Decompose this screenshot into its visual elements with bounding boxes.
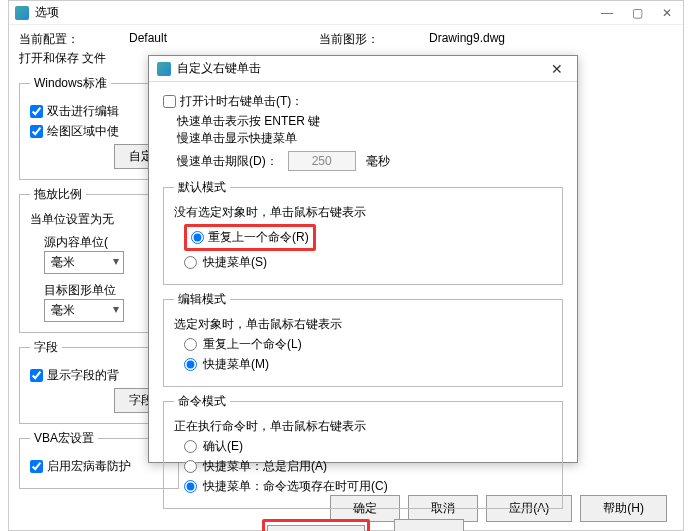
radio-edit-menu-label: 快捷菜单(M): [203, 356, 269, 373]
radio-default-menu[interactable]: [184, 256, 197, 269]
radio-edit-repeat-label: 重复上一个命令(L): [203, 336, 302, 353]
slow-limit-label: 慢速单击期限(D)：: [177, 153, 278, 170]
main-titlebar: 选项 — ▢ ✕: [9, 1, 683, 25]
radio-cmd-menu-always-label: 快捷菜单：总是启用(A): [203, 458, 327, 475]
dialog-close-icon[interactable]: ✕: [545, 61, 569, 77]
current-config-label: 当前配置：: [19, 31, 129, 48]
help-button[interactable]: 帮助(H): [580, 495, 667, 522]
edit-mode-legend: 编辑模式: [174, 291, 230, 308]
current-config-value: Default: [129, 31, 319, 48]
apply-close-button[interactable]: 应用并关闭: [267, 525, 365, 531]
dialog-title: 自定义右键单击: [177, 60, 261, 77]
slow-click-note: 慢速单击显示快捷菜单: [177, 130, 563, 147]
radio-cmd-menu-opt-label: 快捷菜单：命令选项存在时可用(C): [203, 478, 388, 495]
current-drawing-value: Drawing9.dwg: [429, 31, 619, 48]
group-command-mode: 命令模式 正在执行命令时，单击鼠标右键表示 确认(E) 快捷菜单：总是启用(A)…: [163, 393, 563, 509]
group-edit-mode: 编辑模式 选定对象时，单击鼠标右键表示 重复上一个命令(L) 快捷菜单(M): [163, 291, 563, 387]
group-scale-legend: 拖放比例: [30, 186, 86, 203]
fast-click-note: 快速单击表示按 ENTER 键: [177, 113, 563, 130]
close-icon[interactable]: ✕: [657, 6, 677, 20]
dialog-body: 打开计时右键单击(T)： 快速单击表示按 ENTER 键 慢速单击显示快捷菜单 …: [149, 82, 577, 531]
dst-unit-select[interactable]: 毫米: [44, 299, 124, 322]
group-default-mode: 默认模式 没有选定对象时，单击鼠标右键表示 重复上一个命令(R) 快捷菜单(S): [163, 179, 563, 285]
cb-dblclick-label: 双击进行编辑: [47, 103, 119, 120]
minimize-icon[interactable]: —: [597, 6, 617, 20]
window-controls: — ▢ ✕: [597, 6, 677, 20]
default-mode-desc: 没有选定对象时，单击鼠标右键表示: [174, 204, 552, 221]
radio-cmd-menu-always[interactable]: [184, 460, 197, 473]
slow-limit-unit: 毫秒: [366, 153, 390, 170]
cb-virus-label: 启用宏病毒防护: [47, 458, 131, 475]
radio-default-menu-label: 快捷菜单(S): [203, 254, 267, 271]
main-title: 选项: [35, 4, 59, 21]
radio-default-repeat-label: 重复上一个命令(R): [208, 229, 309, 246]
radio-default-repeat[interactable]: [191, 231, 204, 244]
highlight-apply-close: 应用并关闭: [262, 519, 370, 531]
dialog-cancel-button[interactable]: 取消: [394, 519, 464, 531]
default-mode-legend: 默认模式: [174, 179, 230, 196]
tab-labels: 打开和保存 文件: [19, 51, 106, 65]
cb-show-field-bg[interactable]: [30, 369, 43, 382]
radio-cmd-confirm[interactable]: [184, 440, 197, 453]
radio-cmd-menu-opt[interactable]: [184, 480, 197, 493]
info-row: 当前配置： Default 当前图形： Drawing9.dwg: [9, 25, 683, 50]
src-unit-select[interactable]: 毫米: [44, 251, 124, 274]
radio-edit-menu[interactable]: [184, 358, 197, 371]
cmd-mode-desc: 正在执行命令时，单击鼠标右键表示: [174, 418, 552, 435]
right-click-dialog: 自定义右键单击 ✕ 打开计时右键单击(T)： 快速单击表示按 ENTER 键 慢…: [148, 55, 578, 463]
group-windows-legend: Windows标准: [30, 75, 111, 92]
cmd-mode-legend: 命令模式: [174, 393, 230, 410]
maximize-icon[interactable]: ▢: [627, 6, 647, 20]
dialog-button-row: 应用并关闭 取消: [163, 519, 563, 531]
cb-region-label: 绘图区域中使: [47, 123, 119, 140]
cb-timer-rclick[interactable]: [163, 95, 176, 108]
cb-virus-protect[interactable]: [30, 460, 43, 473]
radio-cmd-confirm-label: 确认(E): [203, 438, 243, 455]
dialog-app-icon: [157, 62, 171, 76]
edit-mode-desc: 选定对象时，单击鼠标右键表示: [174, 316, 552, 333]
cb-dblclick-edit[interactable]: [30, 105, 43, 118]
group-field-legend: 字段: [30, 339, 62, 356]
app-icon: [15, 6, 29, 20]
cb-draw-region[interactable]: [30, 125, 43, 138]
group-vba-legend: VBA宏设置: [30, 430, 98, 447]
cb-field-label: 显示字段的背: [47, 367, 119, 384]
radio-edit-repeat[interactable]: [184, 338, 197, 351]
slow-limit-input[interactable]: 250: [288, 151, 356, 171]
cb-timer-label: 打开计时右键单击(T)：: [180, 93, 303, 110]
current-drawing-label: 当前图形：: [319, 31, 429, 48]
dialog-titlebar: 自定义右键单击 ✕: [149, 56, 577, 82]
highlight-repeat-option: 重复上一个命令(R): [184, 224, 316, 251]
